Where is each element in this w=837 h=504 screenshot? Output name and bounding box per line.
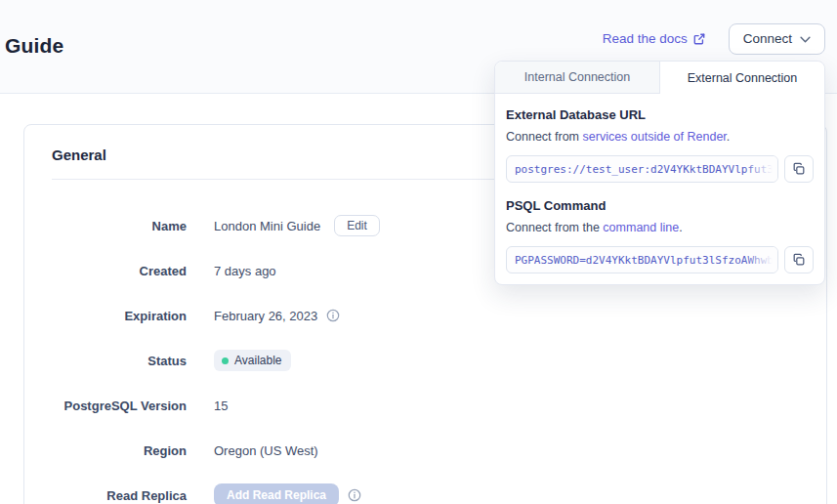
info-icon[interactable]: [326, 309, 340, 322]
row-status-label: Status: [52, 354, 187, 368]
external-database-url-description: Connect from services outside of Render.: [506, 130, 814, 144]
description-text: Connect from the: [506, 221, 603, 234]
expiration-date: February 26, 2023: [214, 309, 317, 323]
command-line-link[interactable]: command line: [603, 221, 679, 234]
copy-external-url-button[interactable]: [784, 155, 814, 183]
row-postgresql-version-value: 15: [214, 399, 228, 413]
status-badge-label: Available: [234, 354, 281, 367]
copy-icon: [792, 162, 806, 176]
row-created-label: Created: [52, 264, 187, 278]
external-link-icon: [693, 33, 705, 45]
psql-command-heading: PSQL Command: [506, 198, 814, 213]
page-title: Guide: [5, 34, 64, 58]
external-database-url-value: postgres://test_user:d2V4YKktBDAYVlpfut3…: [515, 163, 778, 176]
external-database-url-row: postgres://test_user:d2V4YKktBDAYVlpfut3…: [506, 155, 814, 183]
row-read-replica-value: Add Read Replica: [214, 483, 361, 504]
info-icon[interactable]: [348, 488, 361, 502]
services-outside-render-link[interactable]: services outside of Render: [583, 130, 727, 144]
row-name-value: London Mini Guide Edit: [214, 215, 380, 236]
read-the-docs-link[interactable]: Read the docs: [603, 31, 705, 46]
row-expiration: Expiration February 26, 2023: [52, 303, 799, 328]
chevron-down-icon: [800, 35, 811, 43]
row-name-label: Name: [52, 219, 187, 233]
connect-popover: Internal Connection External Connection …: [494, 61, 825, 285]
connect-button[interactable]: Connect: [729, 23, 825, 55]
psql-command-field[interactable]: PGPASSWORD=d2V4YKktBDAYVlpfut3lSfzoAWhwb…: [506, 246, 778, 273]
connection-tabs: Internal Connection External Connection: [495, 62, 824, 94]
database-name: London Mini Guide: [214, 219, 320, 233]
row-created-value: 7 days ago: [214, 264, 276, 278]
add-read-replica-button[interactable]: Add Read Replica: [214, 483, 339, 504]
external-database-url-field[interactable]: postgres://test_user:d2V4YKktBDAYVlpfut3…: [506, 155, 778, 183]
description-text: Connect from: [506, 130, 583, 144]
psql-command-description: Connect from the command line.: [506, 221, 814, 234]
copy-psql-command-button[interactable]: [784, 246, 814, 273]
row-read-replica-label: Read Replica: [52, 488, 187, 503]
row-expiration-label: Expiration: [52, 309, 187, 323]
copy-icon: [792, 253, 806, 267]
psql-command-value: PGPASSWORD=d2V4YKktBDAYVlpfut3lSfzoAWhwb…: [515, 254, 778, 267]
header-actions: Read the docs Connect: [603, 22, 825, 55]
row-read-replica: Read Replica Add Read Replica: [52, 483, 799, 504]
psql-command-row: PGPASSWORD=d2V4YKktBDAYVlpfut3lSfzoAWhwb…: [506, 246, 814, 273]
row-expiration-value: February 26, 2023: [214, 309, 340, 323]
external-database-url-heading: External Database URL: [506, 107, 814, 122]
row-region-label: Region: [52, 443, 187, 458]
row-postgresql-version: PostgreSQL Version 15: [52, 393, 799, 418]
status-available-dot: [222, 357, 229, 364]
row-postgresql-version-label: PostgreSQL Version: [52, 399, 187, 413]
read-the-docs-label: Read the docs: [603, 31, 688, 46]
row-status-value: Available: [214, 350, 291, 371]
row-status: Status Available: [52, 348, 799, 373]
row-region: Region Oregon (US West): [52, 438, 799, 463]
status-badge: Available: [214, 350, 291, 371]
edit-name-button[interactable]: Edit: [334, 215, 380, 236]
row-region-value: Oregon (US West): [214, 443, 318, 458]
tab-external-connection[interactable]: External Connection: [660, 62, 824, 94]
description-suffix: .: [679, 221, 682, 234]
connect-button-label: Connect: [743, 31, 792, 46]
description-suffix: .: [727, 130, 730, 144]
external-connection-panel: External Database URL Connect from servi…: [495, 94, 824, 273]
tab-internal-connection[interactable]: Internal Connection: [495, 62, 660, 94]
